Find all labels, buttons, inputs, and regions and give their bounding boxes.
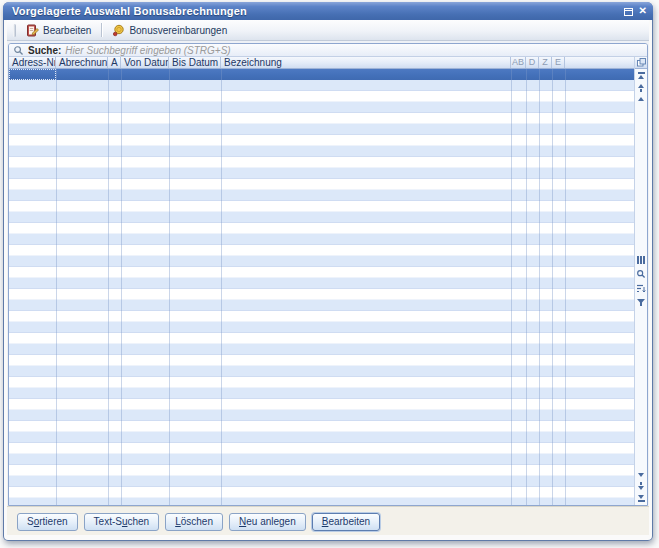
filter-icon[interactable]: [636, 298, 646, 307]
column-header-ab[interactable]: AB: [511, 57, 526, 68]
neu-anlegen-button[interactable]: Neu anlegen: [229, 513, 306, 531]
column-header-bezeichnung[interactable]: Bezeichnung: [221, 57, 511, 68]
edit-icon: [26, 24, 39, 37]
dialog-window: Vorgelagerte Auswahl Bonusabrechnungen ✕: [3, 2, 653, 541]
title-bar[interactable]: Vorgelagerte Auswahl Bonusabrechnungen ✕: [3, 2, 653, 20]
column-chooser-icon: [637, 58, 646, 67]
column-separator: [108, 69, 109, 505]
table-body[interactable]: [9, 69, 634, 505]
scroll-first-button[interactable]: [638, 72, 645, 79]
column-separator: [552, 69, 553, 505]
toolbar: Bearbeiten Bonusvereinbarungen: [7, 20, 649, 41]
column-header-adress-nr[interactable]: Adress-Nr.: [9, 57, 56, 68]
toolbar-bearbeiten-label: Bearbeiten: [43, 25, 91, 36]
bonus-icon: [112, 24, 125, 37]
column-separator: [56, 69, 57, 505]
sort-icon[interactable]: [636, 284, 646, 293]
columns-icon[interactable]: [637, 256, 645, 264]
column-separator: [511, 69, 512, 505]
column-chooser-button[interactable]: [635, 57, 647, 69]
grid-panel: Suche: Hier Suchbegriff eingeben (STRG+S…: [8, 43, 648, 506]
search-label: Suche:: [28, 45, 61, 56]
column-separator: [526, 69, 527, 505]
search-bar[interactable]: Suche: Hier Suchbegriff eingeben (STRG+S…: [9, 44, 647, 57]
bearbeiten-button[interactable]: Bearbeiten: [312, 513, 380, 531]
client-area: Bearbeiten Bonusvereinbarungen: [7, 20, 649, 535]
focus-cell: [9, 69, 56, 80]
loeschen-button[interactable]: Löschen: [165, 513, 223, 531]
column-header-bis-datum[interactable]: Bis Datum: [169, 57, 221, 68]
table-header: Adress-Nr. Abrechnungs-Nr A Von Datum Bi…: [9, 57, 634, 69]
scroll-page-up-button[interactable]: [638, 84, 644, 92]
search-input[interactable]: Hier Suchbegriff eingeben (STRG+S): [65, 45, 230, 56]
toolbar-bonusvereinbarungen-button[interactable]: Bonusvereinbarungen: [107, 22, 232, 39]
restore-button[interactable]: [624, 2, 633, 20]
scroll-rail: [634, 57, 647, 505]
toolbar-bonusvereinbarungen-label: Bonusvereinbarungen: [129, 25, 227, 36]
scroll-down-button[interactable]: [638, 473, 644, 477]
column-separator: [565, 69, 566, 505]
column-header-abrechnungs-nr[interactable]: Abrechnungs-Nr: [56, 57, 108, 68]
column-header-filler: [565, 57, 634, 68]
sortieren-button[interactable]: Sortieren: [17, 513, 78, 531]
scroll-up-button[interactable]: [638, 97, 644, 101]
column-header-z[interactable]: Z: [539, 57, 552, 68]
search-icon[interactable]: [636, 269, 646, 279]
column-header-e[interactable]: E: [552, 57, 565, 68]
toolbar-separator: [101, 23, 102, 37]
scroll-page-down-button[interactable]: [638, 482, 644, 490]
footer-bar: Sortieren Text-Suchen Löschen Neu anlege…: [7, 506, 649, 535]
column-header-a[interactable]: A: [108, 57, 121, 68]
window-title: Vorgelagerte Auswahl Bonusabrechnungen: [12, 5, 624, 17]
column-header-von-datum[interactable]: Von Datum: [121, 57, 169, 68]
column-separator: [169, 69, 170, 505]
search-icon: [13, 45, 24, 56]
column-separator: [221, 69, 222, 505]
text-suchen-button[interactable]: Text-Suchen: [84, 513, 160, 531]
scroll-last-button[interactable]: [638, 495, 645, 502]
column-separator: [121, 69, 122, 505]
column-separator: [539, 69, 540, 505]
toolbar-grip[interactable]: [13, 24, 16, 37]
selected-row[interactable]: [9, 69, 634, 80]
close-button[interactable]: ✕: [639, 6, 647, 16]
empty-rows[interactable]: [9, 80, 634, 505]
toolbar-bearbeiten-button[interactable]: Bearbeiten: [21, 22, 96, 39]
restore-icon: [624, 8, 633, 16]
column-header-d[interactable]: D: [526, 57, 539, 68]
